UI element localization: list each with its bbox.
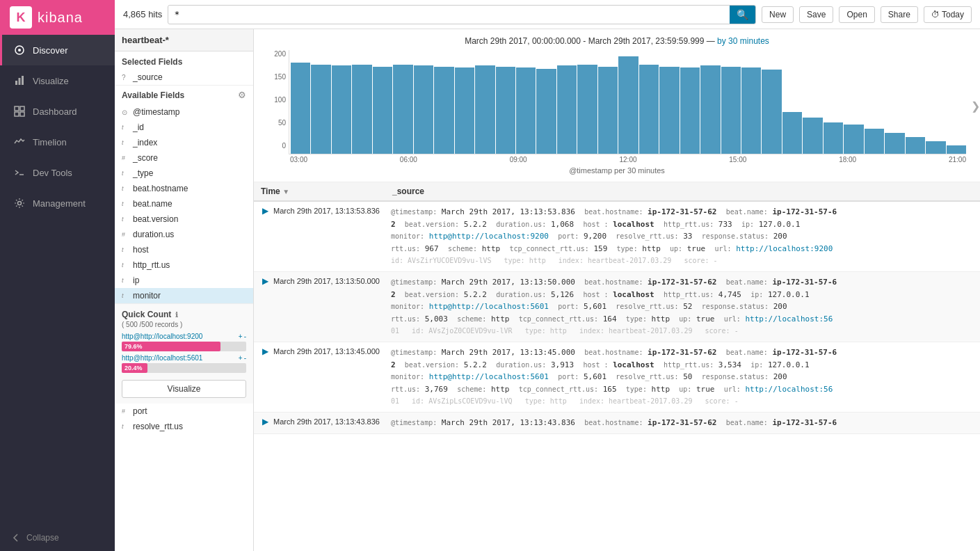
sidebar-item-timelion[interactable]: Timelion bbox=[0, 127, 115, 157]
fields-gear-button[interactable]: ⚙ bbox=[238, 90, 246, 100]
qc-item-9200: http@http://localhost:9200 + - 79.6% bbox=[122, 333, 246, 351]
row-source-4: @timestamp: March 29th 2017, 13:13:43.83… bbox=[385, 412, 980, 433]
qc-filter-include-5601[interactable]: + bbox=[239, 354, 243, 362]
visualize-button[interactable]: Visualize bbox=[122, 380, 246, 398]
svg-rect-8 bbox=[20, 112, 24, 116]
svg-rect-4 bbox=[22, 76, 24, 85]
field-beat-name[interactable]: t beat.name bbox=[115, 196, 253, 211]
left-panel: heartbeat-* Selected Fields ? _source Av… bbox=[115, 29, 254, 551]
sidebar-item-discover[interactable]: Discover bbox=[0, 35, 115, 65]
sidebar-item-label-discover: Discover bbox=[33, 45, 68, 56]
sidebar-item-label-devtools: Dev Tools bbox=[33, 168, 72, 178]
id-type-icon: t bbox=[122, 124, 129, 131]
qc-label-5601: http@http://localhost:5601 + - bbox=[122, 354, 246, 362]
svg-rect-6 bbox=[20, 106, 24, 111]
chart-bars-container bbox=[289, 50, 966, 154]
sidebar-item-management[interactable]: Management bbox=[0, 188, 115, 218]
chart-bar-10 bbox=[475, 65, 495, 154]
host-type-icon: t bbox=[122, 246, 129, 253]
field-port[interactable]: # port bbox=[115, 404, 253, 419]
row-expand-2[interactable]: ▶ bbox=[259, 276, 271, 286]
field-type[interactable]: t _type bbox=[115, 166, 253, 181]
chart-bar-17 bbox=[618, 56, 638, 154]
qc-filter-include-9200[interactable]: + bbox=[239, 333, 243, 340]
chart-collapse-button[interactable]: ❯ bbox=[971, 99, 980, 112]
search-input[interactable] bbox=[168, 6, 730, 22]
ip-type-icon: t bbox=[122, 277, 129, 284]
quick-count-sub: ( 500 /500 records ) bbox=[122, 321, 246, 328]
search-bar: 🔍 bbox=[168, 5, 756, 24]
qc-label-text-5601: http@http://localhost:5601 bbox=[122, 354, 202, 362]
chart-bar-19 bbox=[659, 67, 679, 154]
save-button[interactable]: Save bbox=[799, 6, 833, 23]
search-button[interactable]: 🔍 bbox=[730, 6, 755, 24]
chart-bar-4 bbox=[352, 65, 371, 154]
qc-item-5601: http@http://localhost:5601 + - 20.4% bbox=[122, 354, 246, 373]
chart-bar-28 bbox=[844, 125, 863, 154]
new-button[interactable]: New bbox=[762, 6, 794, 23]
field-resolve-rtt[interactable]: t resolve_rtt.us bbox=[115, 419, 253, 434]
chart-bar-31 bbox=[906, 137, 925, 154]
sidebar-item-devtools[interactable]: Dev Tools bbox=[0, 157, 115, 188]
chart-bar-23 bbox=[741, 67, 761, 154]
chart-bar-20 bbox=[680, 67, 700, 154]
index-pattern[interactable]: heartbeat-* bbox=[115, 29, 253, 51]
qc-bar-bg-9200: 79.6% bbox=[122, 342, 246, 351]
col-header-source: _source bbox=[385, 182, 980, 201]
visualize-icon bbox=[13, 74, 26, 87]
results-area: Time ▼ _source ▶ March 29th 2017, 13:13:… bbox=[254, 182, 980, 551]
field-score[interactable]: # _score bbox=[115, 150, 253, 166]
resolve-rtt-type-icon: t bbox=[122, 423, 129, 430]
chart-bar-18 bbox=[639, 65, 659, 154]
qc-filter-exclude-9200[interactable]: - bbox=[244, 333, 246, 340]
field-duration-us[interactable]: # duration.us bbox=[115, 227, 253, 242]
field-host[interactable]: t host bbox=[115, 242, 253, 257]
svg-rect-3 bbox=[19, 78, 21, 85]
dashboard-icon bbox=[13, 105, 26, 118]
y-label-150: 150 bbox=[268, 73, 286, 81]
field-beat-hostname[interactable]: t beat.hostname bbox=[115, 181, 253, 196]
field-beat-version[interactable]: t beat.version bbox=[115, 211, 253, 227]
chart-bar-30 bbox=[885, 133, 904, 154]
selected-field-source[interactable]: ? _source bbox=[115, 70, 253, 85]
field-timestamp[interactable]: ⊙ @timestamp bbox=[115, 104, 253, 120]
open-button[interactable]: Open bbox=[839, 6, 874, 23]
today-button[interactable]: ⏱ Today bbox=[924, 6, 972, 23]
sidebar-item-label-timelion: Timelion bbox=[33, 137, 67, 147]
sidebar-item-dashboard[interactable]: Dashboard bbox=[0, 96, 115, 127]
devtools-icon bbox=[13, 166, 26, 179]
field-ip[interactable]: t ip bbox=[115, 273, 253, 288]
collapse-button[interactable]: Collapse bbox=[0, 525, 115, 551]
row-time-3: ▶ March 29th 2017, 13:13:45.000 bbox=[254, 342, 385, 412]
chart-area: March 29th 2017, 00:00:00.000 - March 29… bbox=[254, 29, 980, 182]
sidebar-item-visualize[interactable]: Visualize bbox=[0, 65, 115, 96]
row-time-4: ▶ March 29th 2017, 13:13:43.836 bbox=[254, 412, 385, 433]
x-label-18: 18:00 bbox=[839, 156, 856, 163]
x-label-06: 06:00 bbox=[400, 156, 417, 163]
port-field-name: port bbox=[133, 406, 147, 416]
qc-bar-bg-5601: 20.4% bbox=[122, 363, 246, 373]
chart-bar-24 bbox=[762, 70, 781, 154]
field-http-rtt-us[interactable]: t http_rtt.us bbox=[115, 257, 253, 273]
field-index[interactable]: t _index bbox=[115, 135, 253, 150]
qc-filter-exclude-5601[interactable]: - bbox=[244, 354, 246, 362]
row-expand-1[interactable]: ▶ bbox=[259, 206, 271, 216]
row-expand-4[interactable]: ▶ bbox=[259, 417, 271, 426]
table-header-row: Time ▼ _source bbox=[254, 182, 980, 201]
available-fields-header: Available Fields ⚙ bbox=[115, 85, 253, 104]
beat-hostname-type-icon: t bbox=[122, 185, 129, 192]
chart-bar-5 bbox=[373, 67, 392, 154]
quick-count-title: Quick Count ℹ bbox=[122, 310, 246, 319]
col-header-time[interactable]: Time ▼ bbox=[254, 182, 385, 201]
chart-by-minutes-link[interactable]: by 30 minutes bbox=[717, 36, 769, 46]
share-button[interactable]: Share bbox=[881, 6, 918, 23]
field-id[interactable]: t _id bbox=[115, 120, 253, 135]
row-expand-3[interactable]: ▶ bbox=[259, 346, 271, 356]
http-rtt-type-icon: t bbox=[122, 262, 129, 269]
field-monitor[interactable]: t monitor bbox=[115, 288, 253, 303]
right-panel: March 29th 2017, 00:00:00.000 - March 29… bbox=[254, 29, 980, 551]
type-type-icon: t bbox=[122, 170, 129, 177]
chart-bar-33 bbox=[947, 145, 966, 154]
chart-date-range: March 29th 2017, 00:00:00.000 - March 29… bbox=[465, 36, 704, 46]
chart-bar-32 bbox=[926, 141, 945, 154]
